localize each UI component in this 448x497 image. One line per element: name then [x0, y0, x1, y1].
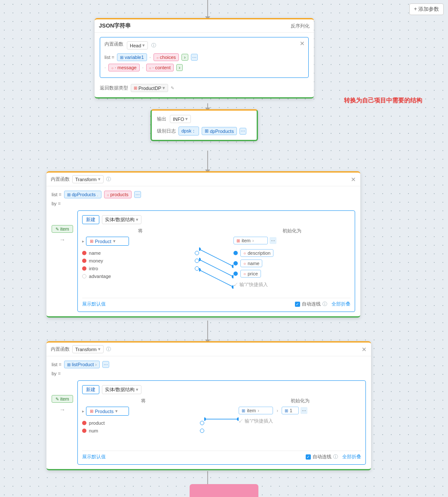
- dpsk-tag[interactable]: dpsk：: [178, 127, 199, 136]
- t2-more-right[interactable]: ⋯: [301, 407, 307, 414]
- t2-info[interactable]: ⓘ: [106, 346, 111, 352]
- desc-box[interactable]: ○ description: [240, 249, 273, 257]
- connect-right-intro[interactable]: [195, 266, 199, 271]
- chain-btn[interactable]: ›: [181, 54, 188, 61]
- t2-list-name: listProduct: [72, 362, 94, 367]
- conn-filled-name: [233, 261, 238, 265]
- return-type: ProductDP: [138, 86, 161, 91]
- t2-mapping-box: 新建 实体/数据结构 ▾ 将 ▸: [77, 380, 366, 465]
- t2-list-var[interactable]: ⊞ listProduct ›: [64, 361, 100, 368]
- t1-close[interactable]: ✕: [351, 176, 356, 182]
- info-select[interactable]: INFO ▾: [170, 115, 191, 123]
- t1-checkbox[interactable]: [295, 302, 300, 307]
- t2-right-item2[interactable]: ⊞ 1: [282, 407, 299, 414]
- chevron-down-icon3: ▾: [185, 116, 188, 122]
- func-name-select[interactable]: Head ▾: [127, 41, 148, 49]
- return-type-select[interactable]: ⊞ ProductDP ▾: [131, 84, 168, 92]
- t1-init-title: 初始化为: [233, 228, 350, 234]
- info-icon[interactable]: ⓘ: [151, 42, 156, 49]
- t2-hint: ↙ 输"/"快捷插入: [239, 418, 361, 424]
- t2-struct-select[interactable]: 实体/数据结构 ▾: [102, 385, 141, 394]
- choices-name: choices: [160, 55, 176, 60]
- t2-show-default[interactable]: 展示默认值: [82, 454, 106, 460]
- svg-point-20: [204, 417, 206, 421]
- t1-arrow: →: [59, 236, 65, 243]
- t1-struct-selector: ▸ ⊞ Product ▾: [82, 237, 199, 246]
- t1-func-name: Transform: [75, 177, 97, 182]
- t2-list-row: list = ⊞ listProduct › ⋯: [52, 361, 366, 368]
- t2-more[interactable]: ⋯: [102, 361, 109, 368]
- json-card-subtitle: 反序列化: [291, 23, 310, 29]
- t2-init-title: 初始化为: [239, 398, 361, 404]
- t2-new-badge[interactable]: 新建: [82, 385, 99, 394]
- t2-footer: 展示默认值 自动连线 ⓘ 全部折叠: [82, 451, 361, 460]
- t1-more-right[interactable]: ⋯: [270, 237, 276, 244]
- output-card: 输出 INFO ▾ 级别日志 dpsk： ⊞ dpProducts ⋯: [150, 109, 258, 141]
- t1-field-name: name: [82, 249, 199, 257]
- price-box[interactable]: ○ price: [240, 270, 261, 278]
- t2-will-col: 将 ▸ ⊞ Products ▾: [82, 398, 205, 435]
- t2-item-tag[interactable]: ✎ item: [52, 395, 73, 403]
- t2-auto-connect: 自动连线 ⓘ: [306, 454, 338, 460]
- field-name-text: name: [89, 250, 101, 256]
- message-tag[interactable]: · message: [108, 64, 140, 71]
- chain-btn2[interactable]: ›: [176, 64, 183, 71]
- red-annotation: 转换为自己项目中需要的结构: [344, 97, 422, 105]
- dpproducts-log-tag[interactable]: ⊞ dpProducts: [202, 127, 237, 135]
- t1-new-badge[interactable]: 新建: [82, 215, 99, 224]
- t1-item-name: item: [60, 226, 69, 232]
- chevron-t1s: ▾: [136, 217, 138, 222]
- t2-func-select[interactable]: Transform ▾: [72, 345, 104, 353]
- json-card-header: JSON字符串 反序列化: [95, 19, 314, 33]
- t2-products-select[interactable]: ⊞ Products ▾: [86, 407, 129, 416]
- t1-auto-info[interactable]: ⓘ: [322, 301, 327, 307]
- info-level: INFO: [173, 117, 184, 122]
- connect-right-name[interactable]: [195, 251, 199, 255]
- name-box[interactable]: ○ name: [240, 259, 263, 267]
- t1-func-select[interactable]: Transform ▾: [72, 175, 104, 183]
- svg-line-12: [199, 270, 233, 287]
- t1-field-money: money: [82, 257, 199, 265]
- field-dot-num: [82, 429, 86, 433]
- svg-line-10: [199, 249, 233, 266]
- t2-item-right[interactable]: ⊞ item ›: [239, 407, 273, 414]
- t1-info[interactable]: ⓘ: [106, 176, 111, 182]
- t1-product-select[interactable]: ⊞ Product ▾: [86, 237, 129, 246]
- t1-item-right[interactable]: ⊞ item ›: [233, 237, 268, 244]
- t1-products-icon: [107, 192, 109, 197]
- t1-struct-select[interactable]: 实体/数据结构 ▾: [102, 215, 141, 224]
- field-dot-intro: [82, 266, 86, 271]
- connect-right-num[interactable]: [200, 429, 204, 433]
- svg-point-13: [199, 247, 201, 251]
- t1-connector-area: [199, 241, 233, 293]
- field-dot-advantage: [82, 274, 86, 278]
- t2-checkbox[interactable]: [306, 454, 311, 460]
- edit-icon[interactable]: ✎: [171, 86, 174, 90]
- t1-mapping-header: 新建 实体/数据结构 ▾: [82, 215, 350, 224]
- more-log[interactable]: ⋯: [239, 128, 246, 135]
- svg-point-17: [232, 275, 233, 278]
- t2-close[interactable]: ✕: [362, 346, 367, 352]
- t1-list-var[interactable]: ⊞ dpProducts .: [64, 191, 101, 198]
- choices-tag[interactable]: choices: [153, 53, 179, 61]
- connect-right-product[interactable]: [200, 421, 204, 425]
- t1-more[interactable]: ⋯: [134, 191, 141, 198]
- add-param-button[interactable]: + 添加参数: [409, 3, 444, 15]
- t2-struct-label: 实体/数据结构: [105, 386, 135, 393]
- connect-right-money[interactable]: [195, 259, 199, 263]
- t1-func-label: 内置函数: [51, 176, 70, 182]
- t1-products-tag[interactable]: products: [104, 191, 132, 198]
- content-label: · content: [153, 65, 171, 70]
- svg-point-21: [237, 417, 239, 421]
- content-tag[interactable]: · content: [146, 64, 174, 71]
- t1-item-tag[interactable]: ✎ item: [52, 225, 73, 233]
- t1-fold-all[interactable]: 全部折叠: [331, 301, 350, 307]
- t1-show-default[interactable]: 展示默认值: [82, 301, 106, 307]
- variable1-tag[interactable]: variable1: [117, 53, 147, 61]
- more-options[interactable]: ⋯: [191, 54, 198, 61]
- close-icon[interactable]: ✕: [300, 40, 305, 47]
- t2-auto-info[interactable]: ⓘ: [333, 454, 338, 460]
- t2-fold-all[interactable]: 全部折叠: [342, 454, 361, 460]
- chevron-down-icon: ▾: [142, 43, 145, 48]
- t2-init-col: 初始化为 ⊞ item › › ⊞ 1: [239, 398, 361, 424]
